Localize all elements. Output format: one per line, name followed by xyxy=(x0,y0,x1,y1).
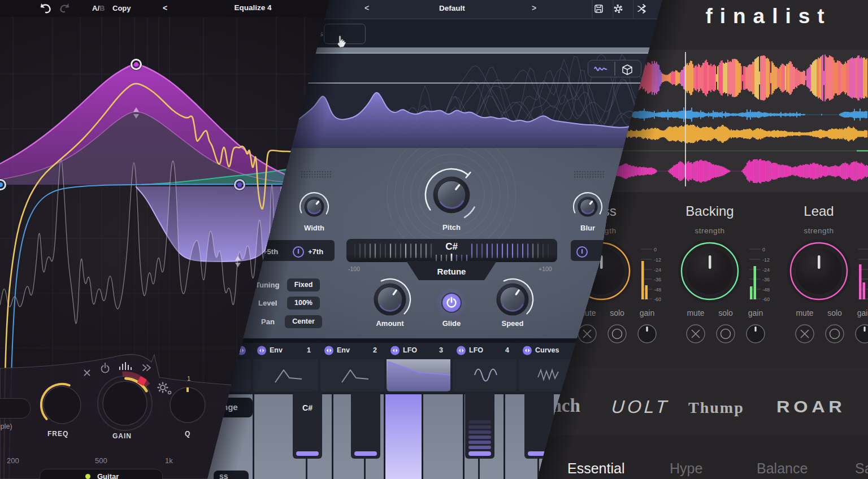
svg-text:0: 0 xyxy=(762,247,765,252)
svg-text:-24: -24 xyxy=(762,267,770,273)
svg-text:-24: -24 xyxy=(654,267,661,273)
svg-text:-60: -60 xyxy=(762,297,770,302)
svg-text:-12: -12 xyxy=(654,257,661,263)
svg-text:-12: -12 xyxy=(762,257,770,263)
svg-text:-60: -60 xyxy=(654,297,661,302)
svg-text:-36: -36 xyxy=(654,277,661,282)
svg-text:1: 1 xyxy=(187,375,190,382)
svg-text:-36: -36 xyxy=(762,277,770,282)
svg-text:-48: -48 xyxy=(654,287,661,293)
svg-text:0: 0 xyxy=(654,247,657,252)
svg-text:-48: -48 xyxy=(762,287,770,293)
